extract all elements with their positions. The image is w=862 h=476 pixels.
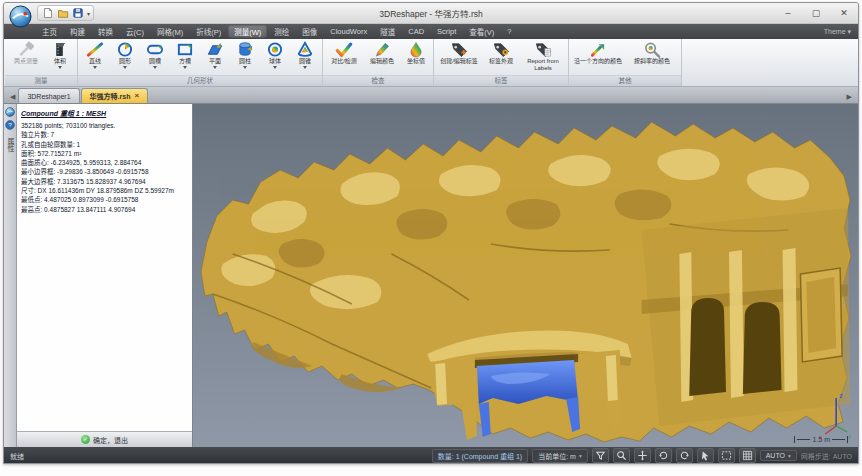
chevron-down-icon: ▾ xyxy=(788,453,791,459)
ribbon: 两点测量 体积 测量 xyxy=(4,39,858,87)
confirm-exit-button[interactable]: ✓ 确定，退出 xyxy=(17,431,192,447)
close-tab-icon[interactable]: × xyxy=(134,92,139,100)
label-appearance-button[interactable]: 标签外观 xyxy=(482,40,520,65)
auto-dropdown[interactable]: AUTO ▾ xyxy=(760,450,797,461)
units-dropdown[interactable]: 当前单位: m ▾ xyxy=(532,449,588,463)
tab-construct[interactable]: 构建 xyxy=(64,25,91,38)
tab-script[interactable]: Script xyxy=(431,26,462,37)
report-from-labels-button[interactable]: Report from Labels xyxy=(520,40,566,71)
scroll-tabs-right-icon[interactable]: ▶ xyxy=(844,93,855,103)
tab-cloudworx[interactable]: CloudWorx xyxy=(324,26,373,37)
quick-access-toolbar: ▾ xyxy=(37,5,94,21)
grid-icon xyxy=(742,450,753,461)
green-check-icon: ✓ xyxy=(81,435,90,444)
volume-button[interactable]: 体积 xyxy=(45,40,75,69)
title-bar: ▾ 3DReshaper - 华强方特.rsh – ▢ ✕ xyxy=(4,3,858,24)
properties-panel: Compound 重组 1 : MESH 352186 points; 7031… xyxy=(17,104,193,447)
edit-colors-button[interactable]: 编辑颜色 xyxy=(363,40,401,65)
group-label-inspect: 检查 xyxy=(323,75,433,86)
tab-help[interactable]: ? xyxy=(501,26,517,37)
tab-view[interactable]: 查看(V) xyxy=(463,25,500,38)
reshaper-panel-icon[interactable] xyxy=(5,107,15,117)
compare-inspect-button[interactable]: 对比/检测 xyxy=(325,40,363,65)
grid-button[interactable] xyxy=(739,448,756,463)
tab-survey[interactable]: 测绘 xyxy=(268,25,295,38)
quick-access-dropdown-icon[interactable]: ▾ xyxy=(87,10,90,17)
rect-slot-icon xyxy=(175,41,195,58)
rect-slot-button[interactable]: 方槽 xyxy=(170,40,200,69)
axis-z-label: z xyxy=(839,392,843,399)
gradient-arrow-icon xyxy=(588,41,608,58)
select-box-button[interactable] xyxy=(718,448,735,463)
tab-mesh[interactable]: 网格(M) xyxy=(151,25,189,38)
property-line: 尺寸: DX 16.611436m DY 18.879586m DZ 5.599… xyxy=(21,186,188,195)
group-label-labels: 标签 xyxy=(434,75,568,86)
tab-polyline[interactable]: 折线(P) xyxy=(190,25,227,38)
status-bar: 就绪 数量: 1 (Compound 重组 1) 当前单位: m ▾ xyxy=(4,447,858,464)
tag-report-icon xyxy=(533,41,553,58)
beaker-icon xyxy=(50,41,70,58)
two-point-measure-button[interactable]: 两点测量 xyxy=(7,40,45,65)
close-button[interactable]: ✕ xyxy=(830,3,858,23)
property-line: 最小边界框: -9.29836 -3.850649 -0.6915758 xyxy=(21,167,188,176)
cylinder-button[interactable]: 圆柱 xyxy=(230,40,260,69)
document-tab-strip: ◀ 3DReshaper1 华强方特.rsh × ▶ xyxy=(4,87,858,104)
pen-icon xyxy=(372,41,392,58)
tag-plus-icon xyxy=(449,41,469,58)
rotate-cw-icon xyxy=(679,450,690,461)
round-slot-button[interactable]: 圆槽 xyxy=(140,40,170,69)
properties-title: Compound 重组 1 : MESH xyxy=(21,108,188,118)
pan-cross-icon xyxy=(637,450,648,461)
sphere-icon xyxy=(265,41,285,58)
color-along-direction-button[interactable]: 沿一个方向的颜色 xyxy=(571,40,625,65)
tab-image[interactable]: 图像 xyxy=(296,25,323,38)
tab-transform[interactable]: 转换 xyxy=(92,25,119,38)
group-label-other: 其他 xyxy=(569,75,681,86)
properties-panel-tab[interactable]: 属性 xyxy=(5,138,15,152)
svg-text:?: ? xyxy=(8,121,12,128)
circle-button[interactable]: 圆形 xyxy=(110,40,140,69)
new-document-button[interactable] xyxy=(41,7,54,19)
property-line: 最大边界框: 7.313675 15.828937 4.967694 xyxy=(21,177,188,186)
document-tab-huaqiang[interactable]: 华强方特.rsh × xyxy=(81,88,149,103)
pan-button[interactable] xyxy=(634,448,651,463)
group-label-shapes: 几何形状 xyxy=(78,75,322,86)
pointer-button[interactable] xyxy=(697,448,714,463)
app-window: ▾ 3DReshaper - 华强方特.rsh – ▢ ✕ 主页 构建 转换 云… xyxy=(3,2,859,464)
tab-measure[interactable]: 测量(W) xyxy=(228,25,267,38)
magnifier-icon xyxy=(616,450,627,461)
zoom-button[interactable] xyxy=(613,448,630,463)
create-edit-label-button[interactable]: 创建/编辑标签 xyxy=(436,40,482,65)
rotate-left-button[interactable] xyxy=(655,448,672,463)
theme-dropdown[interactable]: Theme ▾ xyxy=(824,28,851,36)
save-button[interactable] xyxy=(71,7,84,19)
coordinate-values-button[interactable]: 坐标值 xyxy=(401,40,431,65)
ribbon-group-inspect: 对比/检测 编辑颜色 坐标值 检查 xyxy=(323,39,434,86)
plane-button[interactable]: 平面 xyxy=(200,40,230,69)
app-logo-icon[interactable] xyxy=(9,5,32,28)
maximize-button[interactable]: ▢ xyxy=(802,3,830,23)
tab-tunnel[interactable]: 隧道 xyxy=(374,25,401,38)
viewport-3d[interactable]: z x y 1.5 m xyxy=(193,104,858,447)
line-button[interactable]: 直线 xyxy=(80,40,110,69)
scroll-tabs-left-icon[interactable]: ◀ xyxy=(7,93,18,103)
tab-cad[interactable]: CAD xyxy=(402,26,430,37)
rotate-right-button[interactable] xyxy=(676,448,693,463)
cone-button[interactable]: 圆锥 xyxy=(290,40,320,69)
document-tab-3dreshaper1[interactable]: 3DReshaper1 xyxy=(18,88,79,103)
tag-gear-icon xyxy=(491,41,511,58)
property-line: 最高点: 0.4875827 13.847111 4.907694 xyxy=(21,205,188,214)
tab-home[interactable]: 主页 xyxy=(36,25,63,38)
open-file-button[interactable] xyxy=(56,7,69,19)
ribbon-group-measure: 两点测量 体积 测量 xyxy=(5,39,78,86)
minimize-button[interactable]: – xyxy=(774,3,802,23)
window-title: 3DReshaper - 华强方特.rsh xyxy=(4,7,858,19)
line-icon xyxy=(85,41,105,58)
filter-button[interactable] xyxy=(592,448,609,463)
tab-cloud[interactable]: 云(C) xyxy=(120,25,150,38)
property-line: 孔或自由轮廓数量: 1 xyxy=(21,140,188,149)
mesh-3d-model[interactable]: z x y xyxy=(193,104,858,447)
sphere-button[interactable]: 球体 xyxy=(260,40,290,69)
color-by-slope-button[interactable]: 按斜率的颜色 xyxy=(625,40,679,65)
help-icon[interactable]: ? xyxy=(5,120,15,130)
